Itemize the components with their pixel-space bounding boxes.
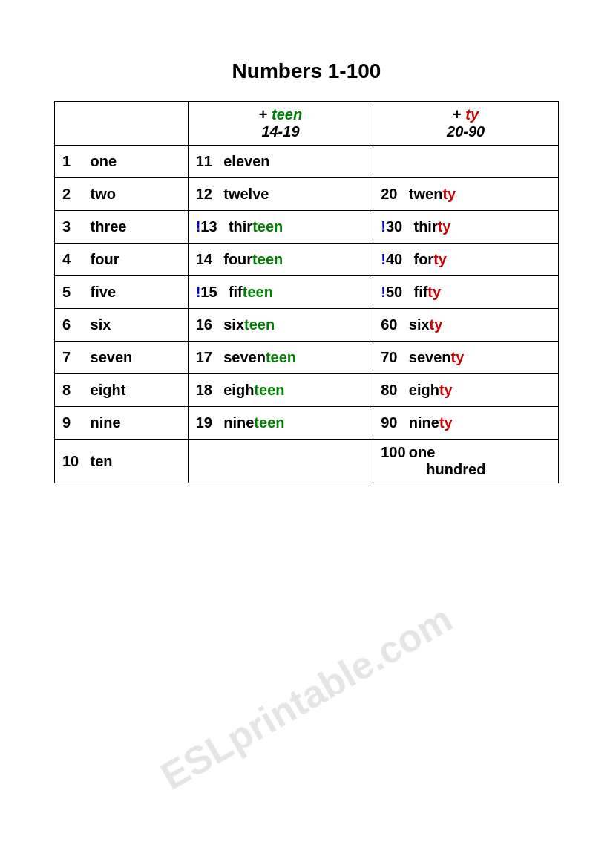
base-cell: 3 three <box>55 211 189 244</box>
watermark: ESLprintable.com <box>154 595 460 798</box>
header-teen: + teen 14-19 <box>188 102 373 146</box>
teen-cell <box>188 440 373 483</box>
header-base <box>55 102 189 146</box>
base-cell: 7 seven <box>55 342 189 374</box>
numbers-table: + teen 14-19 + ty 20-90 1 one11 eleven2 … <box>54 101 559 483</box>
teen-cell: 16 sixteen <box>188 309 373 342</box>
teen-cell: 18 eighteen <box>188 374 373 407</box>
base-cell: 6 six <box>55 309 189 342</box>
base-cell: 1 one <box>55 146 189 178</box>
ty-label: ty <box>465 106 479 123</box>
teen-label: teen <box>272 106 302 123</box>
ty-cell: 100 one hundred <box>373 440 559 483</box>
ty-cell: !50 fifty <box>373 276 559 309</box>
base-cell: 9 nine <box>55 407 189 440</box>
ty-cell: 20 twenty <box>373 178 559 211</box>
ty-range: 20-90 <box>447 123 485 140</box>
teen-cell: 17 seventeen <box>188 342 373 374</box>
teen-cell: 19 nineteen <box>188 407 373 440</box>
header-ty: + ty 20-90 <box>373 102 559 146</box>
base-cell: 8 eight <box>55 374 189 407</box>
teen-cell: 11 eleven <box>188 146 373 178</box>
base-cell: 10 ten <box>55 440 189 483</box>
teen-cell: 14 fourteen <box>188 244 373 276</box>
ty-cell: 70 seventy <box>373 342 559 374</box>
ty-cell: 90 ninety <box>373 407 559 440</box>
ty-cell: !30 thirty <box>373 211 559 244</box>
ty-cell: !40 forty <box>373 244 559 276</box>
ty-cell: 80 eighty <box>373 374 559 407</box>
base-cell: 4 four <box>55 244 189 276</box>
ty-cell <box>373 146 559 178</box>
teen-cell: 12 twelve <box>188 178 373 211</box>
teen-range: 14-19 <box>261 123 299 140</box>
base-cell: 2 two <box>55 178 189 211</box>
ty-cell: 60 sixty <box>373 309 559 342</box>
teen-cell: !13 thirteen <box>188 211 373 244</box>
teen-cell: !15 fifteen <box>188 276 373 309</box>
page-title: Numbers 1-100 <box>232 59 381 83</box>
base-cell: 5 five <box>55 276 189 309</box>
